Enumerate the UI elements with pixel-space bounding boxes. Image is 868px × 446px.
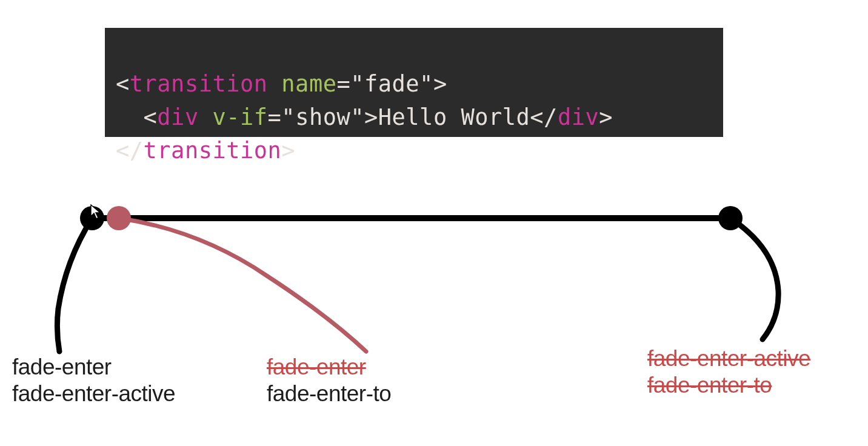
label-fade-enter-removed: fade-enter — [267, 354, 366, 379]
label-group-next-frame: fade-enter fade-enter-to — [267, 354, 391, 407]
label-fade-enter-active: fade-enter-active — [12, 381, 175, 407]
label-layer: fade-enter fade-enter-active fade-enter … — [0, 0, 868, 446]
label-group-start: fade-enter fade-enter-active — [12, 354, 175, 407]
label-group-end: fade-enter-active fade-enter-to — [647, 345, 810, 399]
label-fade-enter-to-removed: fade-enter-to — [647, 373, 772, 398]
label-fade-enter-active-removed: fade-enter-active — [647, 346, 810, 371]
label-fade-enter: fade-enter — [12, 354, 175, 381]
label-fade-enter-to: fade-enter-to — [267, 381, 391, 407]
